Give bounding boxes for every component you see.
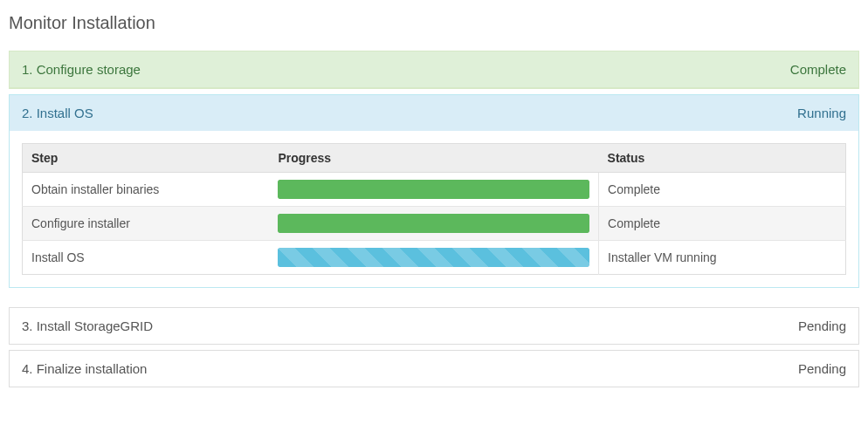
table-row: Configure installer Complete — [23, 207, 846, 241]
step-progress — [269, 173, 598, 207]
progress-bar-wrap — [278, 180, 589, 199]
stage-header[interactable]: 4. Finalize installation Pending — [10, 351, 858, 387]
step-name: Install OS — [23, 241, 270, 275]
step-status: Installer VM running — [599, 241, 846, 275]
step-name: Obtain installer binaries — [23, 173, 270, 207]
stage-header[interactable]: 2. Install OS Running — [10, 95, 858, 131]
spacer — [9, 293, 859, 307]
progress-bar-wrap — [278, 214, 589, 233]
step-progress — [269, 207, 598, 241]
step-name: Configure installer — [23, 207, 270, 241]
steps-body: Step Progress Status Obtain installer bi… — [10, 131, 858, 287]
progress-bar — [278, 180, 589, 199]
col-header-progress: Progress — [269, 144, 598, 173]
stage-header[interactable]: 3. Install StorageGRID Pending — [10, 308, 858, 344]
step-progress — [269, 241, 598, 275]
stage-finalize-installation: 4. Finalize installation Pending — [9, 350, 859, 387]
stage-label: 1. Configure storage — [22, 62, 141, 77]
stage-label: 4. Finalize installation — [22, 361, 147, 376]
table-header-row: Step Progress Status — [23, 144, 846, 173]
stage-status: Running — [797, 106, 846, 120]
page-title: Monitor Installation — [9, 13, 859, 33]
steps-table: Step Progress Status Obtain installer bi… — [22, 143, 846, 275]
progress-bar — [278, 248, 589, 267]
stage-install-os: 2. Install OS Running Step Progress Stat… — [9, 94, 859, 288]
stage-configure-storage: 1. Configure storage Complete — [9, 51, 859, 89]
progress-bar — [278, 214, 589, 233]
stage-install-storagegrid: 3. Install StorageGRID Pending — [9, 307, 859, 345]
stage-status: Pending — [798, 361, 846, 376]
col-header-status: Status — [599, 144, 846, 173]
table-row: Install OS Installer VM running — [23, 241, 846, 275]
stage-header[interactable]: 1. Configure storage Complete — [10, 51, 858, 88]
table-row: Obtain installer binaries Complete — [23, 173, 846, 207]
step-status: Complete — [599, 207, 846, 241]
col-header-step: Step — [23, 144, 270, 173]
stage-label: 3. Install StorageGRID — [22, 318, 153, 333]
step-status: Complete — [599, 173, 846, 207]
stage-status: Complete — [790, 62, 846, 77]
progress-bar-wrap — [278, 248, 589, 267]
stage-status: Pending — [798, 318, 846, 333]
stage-label: 2. Install OS — [22, 106, 93, 120]
